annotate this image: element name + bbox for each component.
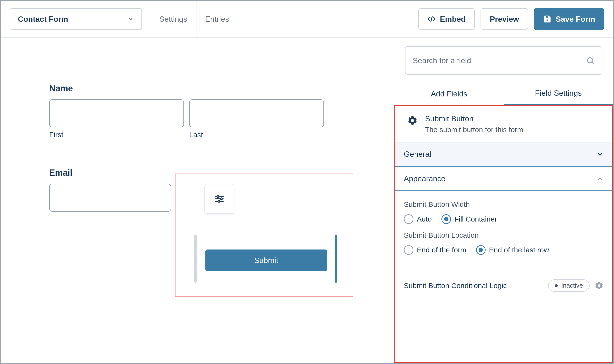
sidebar: Add Fields Field Settings Submit Button … [394, 38, 613, 363]
status-dot-icon [555, 284, 558, 287]
svg-line-10 [592, 62, 594, 64]
conditional-logic-row: Submit Button Conditional Logic Inactive [395, 272, 612, 299]
form-select-label: Contact Form [18, 15, 68, 24]
tab-entries[interactable]: Entries [196, 1, 238, 37]
first-sublabel: First [49, 131, 184, 139]
save-button[interactable]: Save Form [534, 8, 604, 30]
section-general[interactable]: General [395, 143, 612, 167]
last-name-input[interactable] [189, 99, 324, 127]
first-name-input[interactable] [49, 99, 184, 127]
logic-label: Submit Button Conditional Logic [404, 282, 543, 290]
field-title: Submit Button [425, 114, 523, 123]
resize-handle-right[interactable] [335, 234, 337, 283]
field-search[interactable] [405, 46, 602, 75]
form-canvas: Name First Last Email [1, 38, 394, 363]
svg-point-4 [217, 195, 219, 197]
tab-field-settings[interactable]: Field Settings [504, 82, 613, 105]
field-description: The submit button for this form [425, 126, 523, 134]
radio-width-fill[interactable]: Fill Container [441, 214, 497, 224]
topbar: Contact Form Settings Entries Embed Prev… [1, 1, 613, 38]
save-icon [543, 15, 551, 23]
svg-line-0 [431, 16, 432, 22]
last-sublabel: Last [189, 131, 324, 139]
logic-status-pill[interactable]: Inactive [548, 279, 590, 292]
svg-point-8 [218, 200, 220, 202]
svg-point-6 [220, 198, 222, 200]
section-appearance[interactable]: Appearance [395, 167, 612, 191]
form-select-dropdown[interactable]: Contact Form [10, 8, 142, 30]
chevron-up-icon [596, 175, 604, 182]
resize-handle-left[interactable] [194, 234, 197, 283]
name-label: Name [49, 83, 365, 93]
submit-selection-box: Submit [175, 174, 353, 297]
field-settings-panel: Submit Button The submit button for this… [394, 105, 613, 363]
gear-icon[interactable] [594, 281, 604, 290]
sliders-icon [214, 193, 225, 205]
code-icon [427, 15, 436, 23]
preview-button[interactable]: Preview [480, 8, 528, 30]
appearance-body: Submit Button Width Auto Fill Container … [395, 191, 612, 272]
gear-icon [407, 115, 418, 126]
svg-point-2 [546, 19, 548, 21]
location-label: Submit Button Location [404, 231, 604, 239]
width-label: Submit Button Width [404, 200, 604, 208]
chevron-down-icon [127, 16, 134, 22]
radio-loc-end-row[interactable]: End of the last row [476, 245, 549, 255]
submit-button[interactable]: Submit [205, 249, 327, 271]
tab-settings[interactable]: Settings [150, 1, 196, 37]
email-input[interactable] [49, 184, 171, 212]
search-icon [586, 56, 595, 65]
svg-point-9 [587, 58, 593, 63]
radio-width-auto[interactable]: Auto [404, 214, 432, 224]
tab-add-fields[interactable]: Add Fields [394, 82, 504, 105]
radio-loc-end-form[interactable]: End of the form [404, 245, 466, 255]
search-input[interactable] [413, 56, 586, 65]
email-label: Email [49, 168, 171, 178]
chevron-down-icon [596, 151, 604, 158]
embed-button[interactable]: Embed [418, 8, 475, 30]
field-settings-toggle[interactable] [205, 184, 234, 214]
svg-rect-1 [546, 16, 548, 18]
